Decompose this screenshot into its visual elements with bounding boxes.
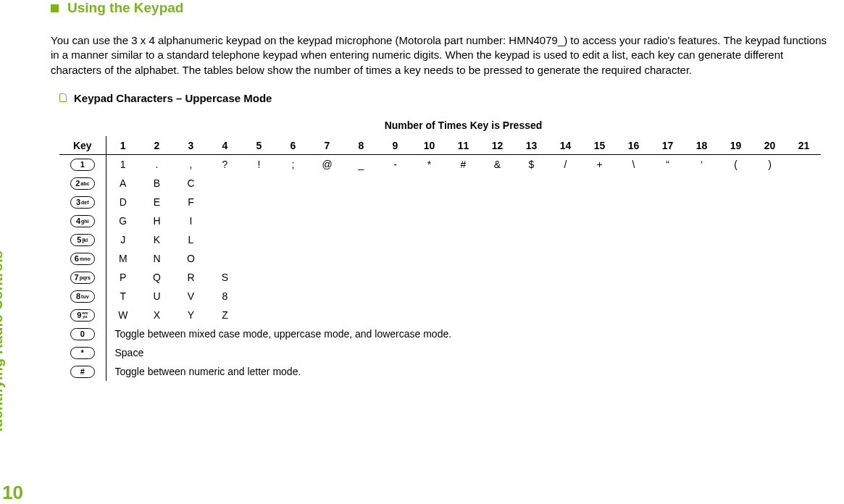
keycap-icon: 6mno xyxy=(70,253,95,265)
char-cell xyxy=(617,306,651,324)
table-row: 7pqrsPQRS xyxy=(59,268,821,287)
column-header: 16 xyxy=(617,136,651,155)
char-cell xyxy=(753,211,787,230)
char-cell: . xyxy=(140,155,174,174)
char-cell xyxy=(685,268,719,287)
char-cell xyxy=(685,193,719,211)
char-cell xyxy=(651,287,685,306)
char-cell xyxy=(719,287,753,306)
char-cell xyxy=(514,230,548,249)
key-header: Key xyxy=(59,136,106,155)
page-icon xyxy=(59,93,67,102)
column-header: 19 xyxy=(719,136,753,155)
char-cell xyxy=(276,193,310,211)
char-cell xyxy=(753,268,787,287)
char-cell xyxy=(753,249,787,268)
char-cell: 8 xyxy=(208,287,242,306)
char-cell xyxy=(412,230,446,249)
char-cell xyxy=(548,306,582,324)
column-header: 4 xyxy=(208,136,242,155)
char-cell xyxy=(514,287,548,306)
char-cell: X xyxy=(140,306,174,324)
char-cell xyxy=(344,230,378,249)
char-cell: S xyxy=(208,268,242,287)
char-cell xyxy=(548,249,582,268)
table-row: 4ghiGHI xyxy=(59,211,821,230)
keycap-icon: 9wxyz xyxy=(70,309,95,322)
section-title: Using the Keypad xyxy=(51,0,837,16)
char-cell: Q xyxy=(140,268,174,287)
char-cell xyxy=(651,268,685,287)
char-cell xyxy=(276,174,310,193)
char-cell: C xyxy=(174,174,208,193)
char-cell xyxy=(310,306,344,324)
char-cell xyxy=(378,230,412,249)
char-cell: / xyxy=(548,155,582,174)
keycap-icon: 8tuv xyxy=(70,290,95,303)
subsection-title-text: Keypad Characters – Uppercase Mode xyxy=(74,92,272,104)
char-cell: $ xyxy=(514,155,548,174)
column-header: 18 xyxy=(685,136,719,155)
main-content: Using the Keypad You can use the 3 x 4 a… xyxy=(51,0,837,381)
char-cell xyxy=(651,230,685,249)
char-cell: U xyxy=(140,287,174,306)
char-cell xyxy=(480,268,514,287)
char-cell xyxy=(378,249,412,268)
char-cell xyxy=(242,249,276,268)
char-cell xyxy=(651,193,685,211)
char-cell: F xyxy=(174,193,208,211)
keypad-table: Number of Times Key is Pressed Key 12345… xyxy=(59,117,821,381)
char-cell: ; xyxy=(276,155,310,174)
char-cell xyxy=(548,230,582,249)
note-cell: Space xyxy=(106,343,821,362)
column-header: 2 xyxy=(140,136,174,155)
char-cell xyxy=(685,211,719,230)
char-cell: - xyxy=(378,155,412,174)
super-header: Number of Times Key is Pressed xyxy=(106,117,821,136)
char-cell xyxy=(208,211,242,230)
char-cell xyxy=(310,174,344,193)
key-cell: 7pqrs xyxy=(59,268,106,287)
char-cell xyxy=(787,174,821,193)
char-cell xyxy=(378,268,412,287)
char-cell xyxy=(446,287,480,306)
table-row: 9wxyzWXYZ xyxy=(59,306,821,324)
column-header: 13 xyxy=(514,136,548,155)
char-cell: ‘ xyxy=(685,155,719,174)
char-cell: Z xyxy=(208,306,242,324)
char-cell: \ xyxy=(617,155,651,174)
char-cell: K xyxy=(140,230,174,249)
char-cell: A xyxy=(106,174,140,193)
char-cell xyxy=(514,174,548,193)
table-row: 5jklJKL xyxy=(59,230,821,249)
char-cell xyxy=(242,193,276,211)
char-cell xyxy=(446,174,480,193)
keycap-icon: 4ghi xyxy=(70,215,95,227)
char-cell xyxy=(446,230,480,249)
column-header: 3 xyxy=(174,136,208,155)
char-cell: & xyxy=(480,155,514,174)
section-title-text: Using the Keypad xyxy=(67,0,183,16)
char-cell: N xyxy=(140,249,174,268)
column-header: 9 xyxy=(378,136,412,155)
char-cell xyxy=(685,230,719,249)
char-cell xyxy=(719,211,753,230)
char-cell xyxy=(378,174,412,193)
char-cell xyxy=(617,268,651,287)
square-bullet-icon xyxy=(51,4,59,12)
char-cell: + xyxy=(582,155,617,174)
char-cell xyxy=(582,306,617,324)
char-cell xyxy=(242,174,276,193)
keycap-icon: 1 xyxy=(70,159,95,171)
char-cell xyxy=(242,306,276,324)
char-cell xyxy=(617,174,651,193)
page-number: 10 xyxy=(2,482,23,504)
table-row: *Space xyxy=(59,343,821,362)
char-cell xyxy=(480,211,514,230)
char-cell: @ xyxy=(310,155,344,174)
char-cell: D xyxy=(106,193,140,211)
char-cell: H xyxy=(140,211,174,230)
column-header: 12 xyxy=(480,136,514,155)
char-cell: , xyxy=(174,155,208,174)
char-cell: ? xyxy=(208,155,242,174)
